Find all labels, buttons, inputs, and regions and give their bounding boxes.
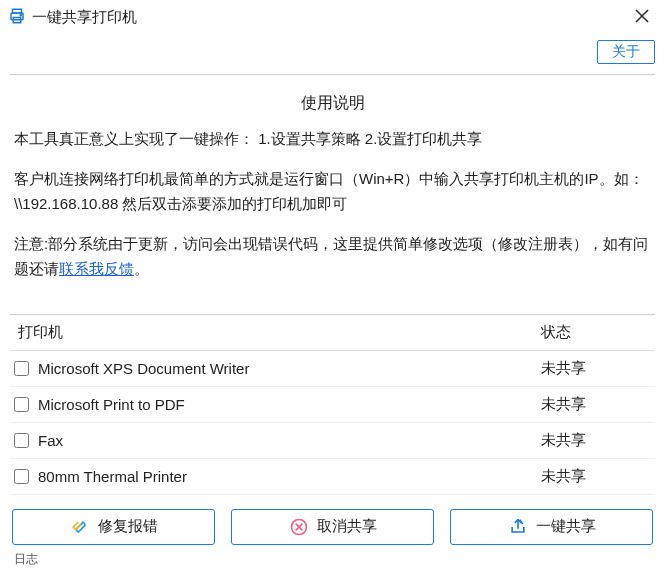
- repair-button[interactable]: 修复报错: [12, 509, 215, 545]
- table-header: 打印机 状态: [10, 315, 655, 351]
- one-click-share-button[interactable]: 一键共享: [450, 509, 653, 545]
- table-row: 80mm Thermal Printer未共享: [10, 459, 655, 495]
- printer-checkbox[interactable]: [14, 397, 29, 412]
- printer-state: 未共享: [541, 395, 651, 414]
- about-button[interactable]: 关于: [597, 40, 655, 64]
- share-icon: [508, 517, 528, 537]
- printer-checkbox[interactable]: [14, 469, 29, 484]
- share-label: 一键共享: [536, 517, 596, 536]
- cancel-icon: [289, 517, 309, 537]
- contact-feedback-link[interactable]: 联系我反馈: [59, 260, 134, 277]
- table-row: Microsoft XPS Document Writer未共享: [10, 351, 655, 387]
- printer-name: Microsoft Print to PDF: [38, 396, 541, 413]
- printer-checkbox[interactable]: [14, 433, 29, 448]
- table-row: Microsoft Print to PDF未共享: [10, 387, 655, 423]
- printer-name: 80mm Thermal Printer: [38, 468, 541, 485]
- printer-checkbox[interactable]: [14, 361, 29, 376]
- printer-name: Fax: [38, 432, 541, 449]
- header-printer: 打印机: [14, 323, 541, 342]
- header-state: 状态: [541, 323, 651, 342]
- log-label: 日志: [0, 551, 665, 568]
- printer-state: 未共享: [541, 359, 651, 378]
- printer-name: Microsoft XPS Document Writer: [38, 360, 541, 377]
- printer-icon: [8, 7, 26, 28]
- printer-state: 未共享: [541, 431, 651, 450]
- instructions-line-3: 注意:部分系统由于更新，访问会出现错误代码，这里提供简单修改选项（修改注册表），…: [14, 231, 651, 282]
- action-bar: 修复报错 取消共享 一键共享: [0, 495, 665, 551]
- instructions-line-1: 本工具真正意义上实现了一键操作： 1.设置共享策略 2.设置打印机共享: [14, 126, 651, 152]
- wrench-icon: [70, 517, 90, 537]
- cancel-label: 取消共享: [317, 517, 377, 536]
- instructions-panel: 使用说明 本工具真正意义上实现了一键操作： 1.设置共享策略 2.设置打印机共享…: [0, 75, 665, 314]
- instructions-line-3-after: 。: [134, 260, 149, 277]
- printer-state: 未共享: [541, 467, 651, 486]
- repair-label: 修复报错: [98, 517, 158, 536]
- titlebar: 一键共享打印机: [0, 0, 665, 34]
- close-icon: [635, 7, 649, 27]
- window-title: 一键共享打印机: [32, 8, 137, 27]
- table-row: Fax未共享: [10, 423, 655, 459]
- svg-point-3: [20, 14, 21, 15]
- instructions-title: 使用说明: [14, 89, 651, 116]
- instructions-line-2: 客户机连接网络打印机最简单的方式就是运行窗口（Win+R）中输入共享打印机主机的…: [14, 166, 651, 217]
- printer-table: 打印机 状态 Microsoft XPS Document Writer未共享M…: [0, 315, 665, 495]
- cancel-share-button[interactable]: 取消共享: [231, 509, 434, 545]
- close-button[interactable]: [627, 6, 657, 28]
